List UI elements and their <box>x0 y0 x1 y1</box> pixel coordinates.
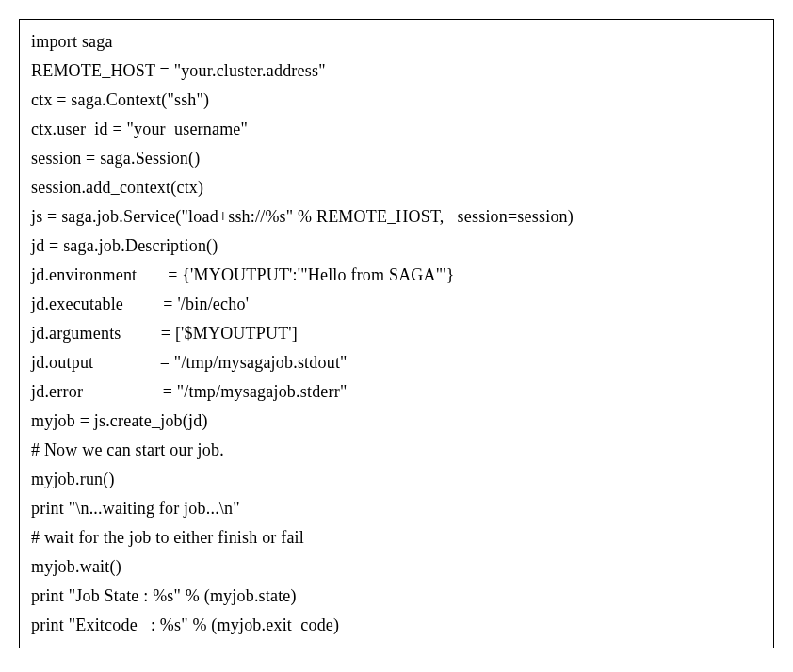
code-line: jd.environment = {'MYOUTPUT':'"Hello fro… <box>31 261 762 290</box>
code-line: print "Exitcode : %s" % (myjob.exit_code… <box>31 611 762 640</box>
code-line: jd.output = "/tmp/mysagajob.stdout" <box>31 348 762 377</box>
code-line: jd = saga.job.Description() <box>31 232 762 261</box>
code-line: print "\n...waiting for job...\n" <box>31 494 762 523</box>
code-line: jd.arguments = ['$MYOUTPUT'] <box>31 319 762 348</box>
code-line: import saga <box>31 27 762 56</box>
code-line: session = saga.Session() <box>31 144 762 173</box>
code-line: ctx.user_id = "your_username" <box>31 115 762 144</box>
code-line: print "Job State : %s" % (myjob.state) <box>31 582 762 611</box>
code-line: jd.executable = '/bin/echo' <box>31 290 762 319</box>
code-line: session.add_context(ctx) <box>31 173 762 202</box>
code-line: jd.error = "/tmp/mysagajob.stderr" <box>31 377 762 407</box>
code-block: import saga REMOTE_HOST = "your.cluster.… <box>19 19 774 648</box>
code-line: # Now we can start our job. <box>31 436 762 465</box>
code-line: js = saga.job.Service("load+ssh://%s" % … <box>31 202 762 232</box>
code-line: REMOTE_HOST = "your.cluster.address" <box>31 56 762 86</box>
code-line: myjob = js.create_job(jd) <box>31 407 762 436</box>
code-line: myjob.run() <box>31 465 762 494</box>
code-line: ctx = saga.Context("ssh") <box>31 86 762 115</box>
code-line: myjob.wait() <box>31 552 762 582</box>
code-line: # wait for the job to either finish or f… <box>31 523 762 552</box>
